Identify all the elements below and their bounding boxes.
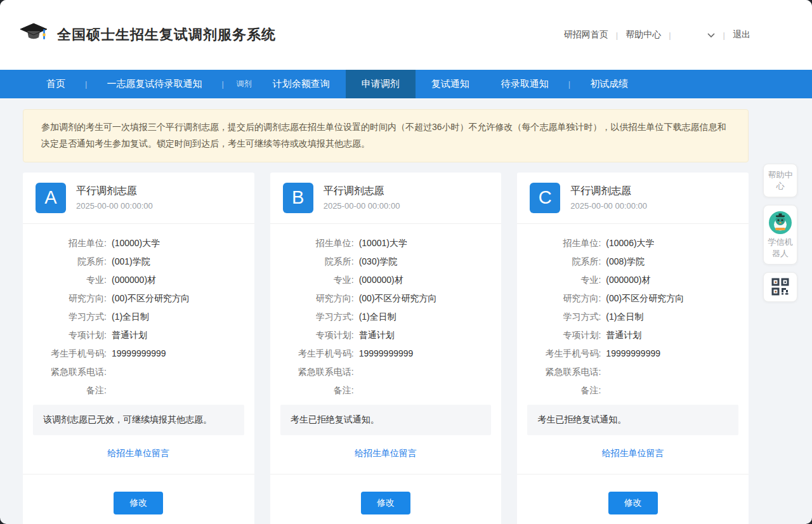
field-row: 紧急联系电话: <box>526 366 737 378</box>
field-label: 备注: <box>526 384 601 396</box>
nav-item-link[interactable]: 待录取通知 <box>485 70 565 98</box>
card-fields: 招生单位:(10006)大学院系所:(008)学院专业:(000000)材研究方… <box>517 224 749 403</box>
field-label: 考生手机号码: <box>526 348 601 360</box>
chsi-robot-widget[interactable]: 学信机器人 <box>763 205 797 265</box>
page-title: 全国硕士生招生复试调剂服务系统 <box>57 25 276 44</box>
nav-item-active[interactable]: 申请调剂 <box>346 70 416 98</box>
field-row: 院系所:(008)学院 <box>526 256 737 268</box>
user-dropdown[interactable] <box>679 30 716 40</box>
status-message: 考生已拒绝复试通知。 <box>280 405 492 435</box>
message-link-row: 给招生单位留言 <box>270 435 502 474</box>
field-value: (008)学院 <box>606 256 645 268</box>
nav-separator: | <box>81 70 91 98</box>
field-label: 学习方式: <box>279 311 354 323</box>
header-separator: | <box>616 30 618 40</box>
field-row: 专项计划:普通计划 <box>279 329 490 341</box>
graduation-cap-icon <box>19 22 48 48</box>
field-row: 招生单位:(10000)大学 <box>32 237 243 249</box>
card-footer: 修改 <box>270 475 502 524</box>
card-datetime: 2025-00-00 00:00:00 <box>76 201 153 211</box>
card-title: 平行调剂志愿 <box>570 185 647 198</box>
field-value: (10000)大学 <box>112 237 160 249</box>
field-value: (1)全日制 <box>112 311 149 323</box>
field-row: 紧急联系电话: <box>279 366 490 378</box>
field-row: 研究方向:(00)不区分研究方向 <box>279 292 490 305</box>
field-label: 院系所: <box>279 256 354 268</box>
top-header: 全国硕士生招生复试调剂服务系统 研招网首页 | 帮助中心 | | 退出 <box>0 0 812 70</box>
field-label: 备注: <box>32 384 107 396</box>
field-row: 院系所:(001)学院 <box>32 256 243 268</box>
field-label: 紧急联系电话: <box>32 366 107 378</box>
chevron-down-icon <box>707 30 716 40</box>
main-nav: 首页|一志愿复试待录取通知|调剂计划余额查询申请调剂复试通知待录取通知|初试成绩 <box>0 70 812 98</box>
floating-rail: 帮助中心 学信机器人 <box>763 164 797 310</box>
field-label: 专业: <box>32 274 107 286</box>
field-row: 招生单位:(10006)大学 <box>526 237 737 249</box>
modify-button[interactable]: 修改 <box>114 492 163 514</box>
link-help-center[interactable]: 帮助中心 <box>625 29 661 41</box>
logout-button[interactable]: 退出 <box>733 29 750 41</box>
field-label: 招生单位: <box>279 237 354 249</box>
header-links: 研招网首页 | 帮助中心 | | 退出 <box>564 29 750 41</box>
field-label: 专项计划: <box>526 329 601 341</box>
field-value: (00)不区分研究方向 <box>606 292 684 305</box>
header-separator: | <box>669 30 671 40</box>
field-value: (1)全日制 <box>606 311 643 323</box>
nav-separator: | <box>565 70 574 98</box>
field-row: 备注: <box>32 384 243 396</box>
card-header: C 平行调剂志愿 2025-00-00 00:00:00 <box>517 173 749 223</box>
field-label: 招生单位: <box>32 237 107 249</box>
field-label: 考生手机号码: <box>32 348 107 360</box>
field-value: 19999999999 <box>112 348 166 360</box>
field-value: (001)学院 <box>112 256 150 268</box>
field-value: (000000)材 <box>606 274 650 286</box>
modify-button[interactable]: 修改 <box>608 492 658 514</box>
field-row: 专业:(000000)材 <box>279 274 490 286</box>
modify-button[interactable]: 修改 <box>361 492 410 514</box>
message-to-unit-link[interactable]: 给招生单位留言 <box>355 448 417 458</box>
field-row: 研究方向:(00)不区分研究方向 <box>526 292 737 305</box>
nav-item-link[interactable]: 复试通知 <box>416 70 485 98</box>
nav-item-link[interactable]: 一志愿复试待录取通知 <box>91 70 218 98</box>
volunteer-letter-badge: C <box>530 183 560 213</box>
nav-item-link[interactable]: 初试成绩 <box>574 70 644 98</box>
field-label: 备注: <box>279 384 354 396</box>
field-label: 学习方式: <box>526 311 601 323</box>
field-label: 研究方向: <box>279 292 354 305</box>
field-row: 考生手机号码:19999999999 <box>526 348 737 360</box>
field-label: 紧急联系电话: <box>526 366 601 378</box>
volunteer-cards: A 平行调剂志愿 2025-00-00 00:00:00 招生单位:(10000… <box>23 173 749 524</box>
brand: 全国硕士生招生复试调剂服务系统 <box>19 22 276 48</box>
card-footer: 修改 <box>23 475 254 524</box>
nav-item-link[interactable]: 首页 <box>30 70 81 98</box>
field-label: 研究方向: <box>32 292 107 305</box>
volunteer-card-a: A 平行调剂志愿 2025-00-00 00:00:00 招生单位:(10000… <box>23 173 254 524</box>
card-title: 平行调剂志愿 <box>324 185 400 198</box>
field-row: 招生单位:(10001)大学 <box>279 237 490 249</box>
field-value: 19999999999 <box>359 348 414 360</box>
field-value: (00)不区分研究方向 <box>359 292 437 305</box>
volunteer-card-c: C 平行调剂志愿 2025-00-00 00:00:00 招生单位:(10006… <box>517 173 749 524</box>
field-row: 备注: <box>526 384 737 396</box>
help-center-label: 帮助中心 <box>766 169 794 192</box>
field-row: 专业:(000000)材 <box>32 274 243 286</box>
field-value: (030)学院 <box>359 256 398 268</box>
field-row: 专业:(000000)材 <box>526 274 737 286</box>
field-value: (000000)材 <box>112 274 156 286</box>
field-row: 研究方向:(00)不区分研究方向 <box>32 292 243 305</box>
nav-item-link[interactable]: 计划余额查询 <box>257 70 346 98</box>
main-content: 参加调剂的考生可一次填报三个平行调剂志愿，提交后的调剂志愿在招生单位设置的时间内… <box>23 109 749 524</box>
field-row: 专项计划:普通计划 <box>32 329 243 341</box>
help-center-widget[interactable]: 帮助中心 <box>763 164 797 197</box>
nav-group-label: 调剂 <box>228 70 257 98</box>
qr-code-widget[interactable] <box>763 272 797 302</box>
field-label: 专项计划: <box>32 329 107 341</box>
card-fields: 招生单位:(10001)大学院系所:(030)学院专业:(000000)材研究方… <box>270 224 502 403</box>
link-yanzhao-home[interactable]: 研招网首页 <box>564 29 608 41</box>
card-title: 平行调剂志愿 <box>76 185 153 198</box>
field-row: 考生手机号码:19999999999 <box>32 348 243 360</box>
message-to-unit-link[interactable]: 给招生单位留言 <box>602 448 664 458</box>
message-to-unit-link[interactable]: 给招生单位留言 <box>107 448 169 458</box>
card-fields: 招生单位:(10000)大学院系所:(001)学院专业:(000000)材研究方… <box>23 224 254 403</box>
field-row: 考生手机号码:19999999999 <box>279 348 490 360</box>
